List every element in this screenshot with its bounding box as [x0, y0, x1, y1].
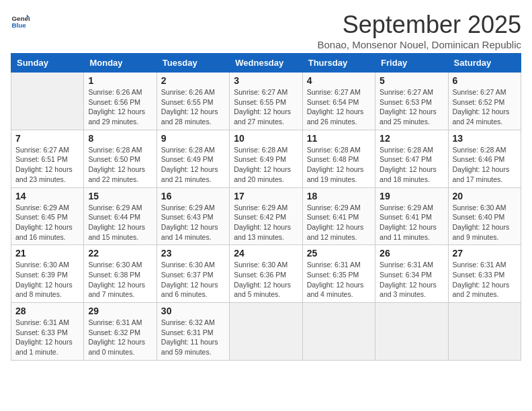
day-number: 15 — [88, 191, 152, 201]
day-info: Sunrise: 6:29 AM Sunset: 6:42 PM Dayligh… — [234, 203, 298, 242]
calendar-week-2: 7Sunrise: 6:27 AM Sunset: 6:51 PM Daylig… — [11, 130, 521, 187]
day-info: Sunrise: 6:30 AM Sunset: 6:36 PM Dayligh… — [234, 260, 298, 300]
day-number: 24 — [234, 248, 298, 259]
calendar-cell: 28Sunrise: 6:31 AM Sunset: 6:33 PM Dayli… — [11, 303, 84, 361]
calendar-subtitle: Bonao, Monsenor Nouel, Dominican Republi… — [317, 39, 521, 50]
calendar-cell: 8Sunrise: 6:28 AM Sunset: 6:50 PM Daylig… — [84, 130, 157, 187]
day-number: 22 — [88, 248, 152, 259]
day-info: Sunrise: 6:27 AM Sunset: 6:52 PM Dayligh… — [453, 87, 517, 127]
day-info: Sunrise: 6:28 AM Sunset: 6:49 PM Dayligh… — [234, 145, 298, 185]
calendar-cell: 23Sunrise: 6:30 AM Sunset: 6:37 PM Dayli… — [157, 245, 229, 303]
col-sunday: Sunday — [11, 54, 84, 73]
day-number: 18 — [307, 191, 371, 201]
day-number: 26 — [380, 248, 443, 259]
day-info: Sunrise: 6:30 AM Sunset: 6:38 PM Dayligh… — [88, 260, 152, 300]
day-info: Sunrise: 6:30 AM Sunset: 6:37 PM Dayligh… — [161, 260, 225, 300]
calendar-cell: 24Sunrise: 6:30 AM Sunset: 6:36 PM Dayli… — [230, 245, 302, 303]
calendar-cell: 11Sunrise: 6:28 AM Sunset: 6:48 PM Dayli… — [302, 130, 375, 187]
day-number: 30 — [161, 306, 225, 316]
day-number: 27 — [453, 248, 517, 259]
day-number: 13 — [453, 133, 517, 144]
day-number: 7 — [15, 133, 79, 144]
calendar-cell: 13Sunrise: 6:28 AM Sunset: 6:46 PM Dayli… — [448, 130, 521, 187]
day-number: 23 — [161, 248, 225, 259]
header: General Blue September 2025 Bonao, Monse… — [11, 11, 521, 50]
day-info: Sunrise: 6:27 AM Sunset: 6:55 PM Dayligh… — [234, 87, 298, 127]
calendar-week-5: 28Sunrise: 6:31 AM Sunset: 6:33 PM Dayli… — [11, 303, 521, 361]
calendar-cell: 15Sunrise: 6:29 AM Sunset: 6:44 PM Dayli… — [84, 187, 157, 245]
day-number: 14 — [15, 191, 79, 201]
day-number: 8 — [88, 133, 152, 144]
day-info: Sunrise: 6:26 AM Sunset: 6:55 PM Dayligh… — [161, 87, 225, 127]
day-number: 1 — [88, 75, 152, 86]
day-number: 4 — [307, 75, 371, 86]
calendar-cell: 5Sunrise: 6:27 AM Sunset: 6:53 PM Daylig… — [375, 73, 448, 130]
title-area: September 2025 Bonao, Monsenor Nouel, Do… — [317, 11, 521, 50]
calendar-cell: 1Sunrise: 6:26 AM Sunset: 6:56 PM Daylig… — [84, 73, 157, 130]
svg-text:Blue: Blue — [11, 21, 26, 29]
day-info: Sunrise: 6:28 AM Sunset: 6:49 PM Dayligh… — [161, 145, 225, 185]
day-info: Sunrise: 6:30 AM Sunset: 6:40 PM Dayligh… — [453, 203, 517, 242]
day-info: Sunrise: 6:28 AM Sunset: 6:48 PM Dayligh… — [307, 145, 371, 185]
calendar-cell — [302, 303, 375, 361]
calendar-cell: 22Sunrise: 6:30 AM Sunset: 6:38 PM Dayli… — [84, 245, 157, 303]
calendar-cell: 7Sunrise: 6:27 AM Sunset: 6:51 PM Daylig… — [11, 130, 84, 187]
day-number: 29 — [88, 306, 152, 316]
day-info: Sunrise: 6:29 AM Sunset: 6:44 PM Dayligh… — [88, 203, 152, 242]
logo-icon: General Blue — [11, 11, 30, 30]
calendar-cell: 26Sunrise: 6:31 AM Sunset: 6:34 PM Dayli… — [375, 245, 448, 303]
day-number: 9 — [161, 133, 225, 144]
day-info: Sunrise: 6:28 AM Sunset: 6:50 PM Dayligh… — [88, 145, 152, 185]
calendar-cell: 3Sunrise: 6:27 AM Sunset: 6:55 PM Daylig… — [230, 73, 302, 130]
col-monday: Monday — [84, 54, 157, 73]
day-number: 19 — [380, 191, 443, 201]
calendar-cell: 9Sunrise: 6:28 AM Sunset: 6:49 PM Daylig… — [157, 130, 229, 187]
calendar-cell: 12Sunrise: 6:28 AM Sunset: 6:47 PM Dayli… — [375, 130, 448, 187]
calendar-cell — [375, 303, 448, 361]
calendar-title: September 2025 — [317, 11, 521, 39]
day-info: Sunrise: 6:31 AM Sunset: 6:34 PM Dayligh… — [380, 260, 443, 300]
calendar-cell: 10Sunrise: 6:28 AM Sunset: 6:49 PM Dayli… — [230, 130, 302, 187]
day-number: 2 — [161, 75, 225, 86]
col-wednesday: Wednesday — [230, 54, 302, 73]
day-info: Sunrise: 6:26 AM Sunset: 6:56 PM Dayligh… — [88, 87, 152, 127]
day-info: Sunrise: 6:29 AM Sunset: 6:45 PM Dayligh… — [15, 203, 79, 242]
day-info: Sunrise: 6:28 AM Sunset: 6:46 PM Dayligh… — [453, 145, 517, 185]
day-info: Sunrise: 6:30 AM Sunset: 6:39 PM Dayligh… — [15, 260, 79, 300]
day-info: Sunrise: 6:31 AM Sunset: 6:33 PM Dayligh… — [453, 260, 517, 300]
day-info: Sunrise: 6:29 AM Sunset: 6:43 PM Dayligh… — [161, 203, 225, 242]
day-number: 5 — [380, 75, 443, 86]
day-info: Sunrise: 6:31 AM Sunset: 6:32 PM Dayligh… — [88, 318, 152, 357]
header-row: Sunday Monday Tuesday Wednesday Thursday… — [11, 54, 521, 73]
day-info: Sunrise: 6:29 AM Sunset: 6:41 PM Dayligh… — [307, 203, 371, 242]
calendar-cell: 21Sunrise: 6:30 AM Sunset: 6:39 PM Dayli… — [11, 245, 84, 303]
calendar-cell — [230, 303, 302, 361]
col-tuesday: Tuesday — [157, 54, 229, 73]
calendar-cell: 17Sunrise: 6:29 AM Sunset: 6:42 PM Dayli… — [230, 187, 302, 245]
day-info: Sunrise: 6:28 AM Sunset: 6:47 PM Dayligh… — [380, 145, 443, 185]
col-thursday: Thursday — [302, 54, 375, 73]
calendar-cell — [448, 303, 521, 361]
day-info: Sunrise: 6:31 AM Sunset: 6:33 PM Dayligh… — [15, 318, 79, 357]
calendar-cell: 16Sunrise: 6:29 AM Sunset: 6:43 PM Dayli… — [157, 187, 229, 245]
day-number: 25 — [307, 248, 371, 259]
day-number: 17 — [234, 191, 298, 201]
calendar-cell: 20Sunrise: 6:30 AM Sunset: 6:40 PM Dayli… — [448, 187, 521, 245]
day-info: Sunrise: 6:27 AM Sunset: 6:51 PM Dayligh… — [15, 145, 79, 185]
calendar-cell: 29Sunrise: 6:31 AM Sunset: 6:32 PM Dayli… — [84, 303, 157, 361]
calendar-cell: 14Sunrise: 6:29 AM Sunset: 6:45 PM Dayli… — [11, 187, 84, 245]
day-number: 3 — [234, 75, 298, 86]
day-info: Sunrise: 6:29 AM Sunset: 6:41 PM Dayligh… — [380, 203, 443, 242]
day-info: Sunrise: 6:32 AM Sunset: 6:31 PM Dayligh… — [161, 318, 225, 357]
day-info: Sunrise: 6:31 AM Sunset: 6:35 PM Dayligh… — [307, 260, 371, 300]
calendar-week-3: 14Sunrise: 6:29 AM Sunset: 6:45 PM Dayli… — [11, 187, 521, 245]
logo: General Blue — [11, 11, 30, 30]
calendar-cell: 4Sunrise: 6:27 AM Sunset: 6:54 PM Daylig… — [302, 73, 375, 130]
calendar-week-4: 21Sunrise: 6:30 AM Sunset: 6:39 PM Dayli… — [11, 245, 521, 303]
day-number: 21 — [15, 248, 79, 259]
calendar-cell: 27Sunrise: 6:31 AM Sunset: 6:33 PM Dayli… — [448, 245, 521, 303]
day-number: 10 — [234, 133, 298, 144]
col-friday: Friday — [375, 54, 448, 73]
day-number: 28 — [15, 306, 79, 316]
calendar-table: Sunday Monday Tuesday Wednesday Thursday… — [11, 53, 521, 361]
